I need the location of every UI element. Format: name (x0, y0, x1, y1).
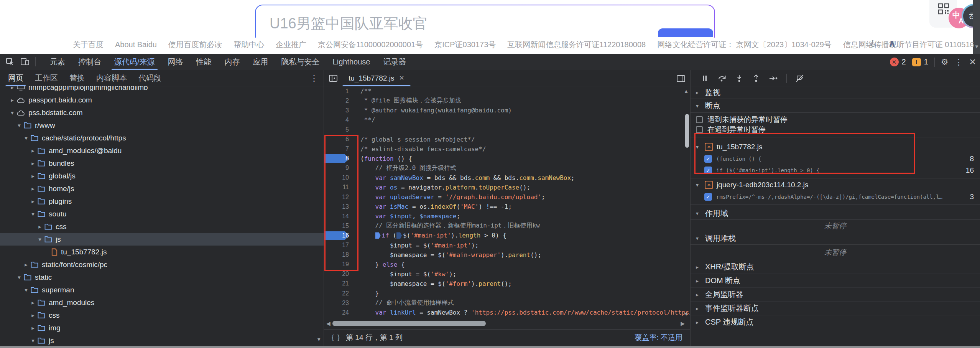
editor-scroll-up-icon[interactable]: ▲ (684, 88, 689, 94)
navigator-tab-网页[interactable]: 网页 (2, 70, 29, 86)
code-line-20[interactable]: 20 $input = $('#kw'); (324, 269, 690, 279)
tree-item-home/js[interactable]: ▸home/js (0, 182, 324, 195)
chevron-right-icon[interactable]: ▸ (29, 299, 37, 306)
chevron-right-icon[interactable]: ▸ (29, 185, 37, 192)
tab-Lighthouse[interactable]: Lighthouse (326, 54, 377, 70)
code-line-8[interactable]: 8(function () { (324, 154, 690, 163)
code-line-21[interactable]: 21 $namespace = $('#form').parent(); (324, 279, 690, 289)
line-number[interactable]: 4 (324, 115, 358, 125)
code-area[interactable]: 1/**2 * @file 图搜模块，会被异步加载3 * @author wuk… (324, 86, 690, 318)
code-line-16[interactable]: 16 if ($('#main-ipt').length > 0) { (324, 231, 690, 240)
hscroll-right-icon[interactable]: ▶ (681, 320, 685, 327)
breakpoint-entry[interactable]: ✓rmsPrefix=/^-ms-/,rdashAlpha=/-([\da-z]… (691, 191, 980, 203)
chevron-right-icon[interactable]: ▸ (29, 160, 37, 167)
tree-item-js[interactable]: ▾js (0, 233, 324, 246)
chevron-right-icon[interactable]: ▸ (22, 261, 30, 268)
section-XHR/提取断点[interactable]: ▸XHR/提取断点 (691, 260, 980, 274)
code-line-5[interactable]: 5 (324, 125, 690, 134)
step-into-icon[interactable] (735, 74, 743, 82)
footer-link[interactable]: 网络文化经营许可证： 京网文〔2023〕1034-029号 (657, 40, 832, 50)
footer-link[interactable]: 信息网络传播视听节目许可证 0110516 (843, 40, 974, 50)
tree-scroll-down-icon[interactable]: ▼ (316, 336, 321, 342)
checkbox-checked-icon[interactable]: ✓ (704, 193, 712, 201)
tree-item-pss.bdstatic.com[interactable]: ▾pss.bdstatic.com (0, 106, 324, 119)
code-line-18[interactable]: 18 $namespace = $('#main-wrapper').paren… (324, 250, 690, 260)
code-line-24[interactable]: 24 var linkUrl = samNewBox ? 'https://ps… (324, 308, 690, 317)
code-line-14[interactable]: 14 var $input, $namespace; (324, 211, 690, 221)
chevron-right-icon[interactable]: ▸ (8, 97, 16, 104)
close-tab-icon[interactable]: ✕ (399, 74, 404, 82)
step-out-icon[interactable] (752, 74, 760, 82)
pause-on-uncaught-row[interactable]: 遇到未捕获的异常时暂停 (696, 115, 980, 125)
chevron-down-icon[interactable]: ▾ (29, 337, 37, 344)
code-line-23[interactable]: 23 // 命中小流量使用抽样样式 (324, 298, 690, 308)
tree-item-nnmpcagppimpiojngimmgiichandiimb[interactable]: ▸nnmpcagppimpiojngimmgiichandiimb (0, 86, 324, 94)
inline-breakpoint-icon[interactable] (375, 232, 381, 239)
editor-scroll-down-icon[interactable]: ▼ (684, 311, 689, 317)
tree-item-tu_15b7782.js[interactable]: tu_15b7782.js (0, 246, 324, 258)
breakpoint-group-jquery-1-edb203c114.10.2.js[interactable]: ▾‹›jquery-1-edb203c114.10.2.js (691, 178, 980, 191)
settings-gear-icon[interactable]: ⚙ (941, 57, 949, 67)
code-line-2[interactable]: 2 * @file 图搜模块，会被异步加载 (324, 96, 690, 106)
tree-item-r/www[interactable]: ▾r/www (0, 119, 324, 132)
code-line-6[interactable]: 6/* global s_session swfobject*/ (324, 134, 690, 144)
line-number[interactable]: 22 (324, 289, 358, 298)
section-scope[interactable]: ▾ 作用域 (691, 207, 980, 220)
chevron-right-icon[interactable]: ▸ (29, 325, 37, 332)
step-over-icon[interactable] (717, 74, 727, 82)
code-line-9[interactable]: 9 // 框升级2.0 图搜升级样式 (324, 163, 690, 173)
issues-icon[interactable]: ! (912, 58, 921, 66)
line-number[interactable]: 1 (324, 86, 358, 96)
tree-item-static[interactable]: ▾static (0, 271, 324, 284)
code-line-13[interactable]: 13 var isMac = os.indexOf('MAC') !== -1; (324, 202, 690, 211)
tree-item-plugins[interactable]: ▸plugins (0, 195, 324, 208)
code-line-3[interactable]: 3 * @author wukaifang(wukaifang@baidu.co… (324, 106, 690, 115)
footer-link[interactable]: 京ICP证030173号 (434, 40, 496, 50)
code-line-4[interactable]: 4 **/ (324, 115, 690, 125)
footer-link[interactable]: About Baidu (115, 40, 157, 49)
tab-记录器[interactable]: 记录器 (377, 54, 413, 70)
tree-item-js[interactable]: ▾js (0, 334, 324, 347)
pause-script-icon[interactable] (700, 74, 709, 82)
tree-item-css[interactable]: ▸css (0, 309, 324, 322)
tree-item-amd_modules[interactable]: ▸amd_modules (0, 296, 324, 309)
hscroll-thumb[interactable] (332, 321, 486, 326)
section-DOM 断点[interactable]: ▸DOM 断点 (691, 274, 980, 288)
hide-debugger-icon[interactable] (676, 74, 686, 83)
inspect-element-icon[interactable] (5, 57, 15, 66)
tree-item-soutu[interactable]: ▾soutu (0, 208, 324, 220)
footer-link[interactable]: 帮助中心 (233, 40, 264, 50)
tree-item-amd_modules/@baidu[interactable]: ▸amd_modules/@baidu (0, 144, 324, 157)
tree-item-global/js[interactable]: ▸global/js (0, 170, 324, 182)
close-devtools-icon[interactable]: ✕ (969, 57, 976, 67)
code-line-7[interactable]: 7/* eslint-disable fecs-camelcase*/ (324, 144, 690, 154)
accessibility-icon[interactable]: ♿ (870, 38, 878, 49)
footer-link[interactable]: 互联网新闻信息服务许可证11220180008 (507, 40, 646, 50)
checkbox-unchecked[interactable] (696, 116, 703, 123)
footer-link[interactable]: 企业推广 (276, 40, 306, 50)
tab-隐私与安全[interactable]: 隐私与安全 (275, 54, 326, 70)
coverage-link[interactable]: 覆盖率: 不适用 (635, 333, 682, 343)
tree-item-superman[interactable]: ▾superman (0, 284, 324, 296)
tab-源代码/来源[interactable]: 源代码/来源 (108, 54, 161, 70)
hscroll-left-icon[interactable]: ◀ (326, 320, 331, 327)
line-number[interactable]: 5 (324, 125, 358, 134)
navigator-tab-替换[interactable]: 替换 (64, 70, 90, 86)
baidu-search-button[interactable] (658, 28, 713, 37)
editor-hscrollbar[interactable]: ◀ ▶ (324, 318, 690, 329)
step-icon[interactable] (769, 74, 778, 82)
footer-link[interactable]: 京公网安备11000002000001号 (318, 40, 423, 50)
code-line-11[interactable]: 11 var os = navigator.platform.toUpperCa… (324, 183, 690, 192)
chevron-right-icon[interactable]: ▸ (8, 86, 16, 91)
line-number[interactable]: 23 (324, 298, 358, 308)
tab-网络[interactable]: 网络 (161, 54, 190, 70)
line-number[interactable]: 2 (324, 96, 358, 106)
hide-navigator-icon[interactable] (329, 74, 338, 83)
line-number[interactable]: 21 (324, 279, 358, 289)
chevron-right-icon[interactable]: ▸ (36, 223, 44, 230)
tab-内存[interactable]: 内存 (218, 54, 247, 70)
editor-tab-tu_15b7782[interactable]: tu_15b7782.js ✕ (342, 70, 411, 86)
navigator-more-icon[interactable]: ⋮ (310, 73, 318, 83)
tree-item-static/font/cosmic/pc[interactable]: ▸static/font/cosmic/pc (0, 258, 324, 271)
chevron-right-icon[interactable]: ▸ (29, 312, 37, 319)
